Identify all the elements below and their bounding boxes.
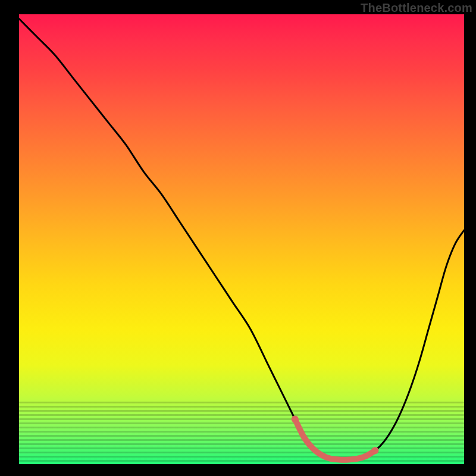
plot-area [19,14,464,464]
watermark-text: TheBottleneck.com [361,1,472,15]
good-zone-stripes [19,401,464,464]
chart-frame: TheBottleneck.com [0,0,476,476]
